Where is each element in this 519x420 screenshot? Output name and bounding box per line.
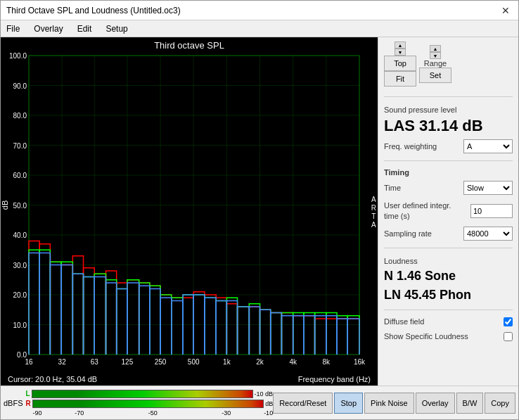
top-controls-row: ▲ ▼ Top Fit ▲ ▼ Range Set [384, 42, 513, 87]
dbfs-label: dBFS [4, 399, 23, 407]
menu-bar: File Overlay Edit Setup [1, 20, 518, 37]
freq-weighting-row: Freq. weighting A B C Z [384, 139, 513, 153]
loudness-ln-value: LN 45.45 Phon [384, 287, 513, 303]
freq-weighting-dropdown[interactable]: A B C Z [463, 139, 513, 153]
diffuse-field-label: Diffuse field [384, 317, 424, 326]
sampling-rate-row: Sampling rate 44100 48000 96000 [384, 227, 513, 241]
overlay-button[interactable]: Overlay [416, 393, 455, 414]
level-bars: L -10 dB R dB -90 -70 -50 -30 -10 [26, 388, 274, 418]
menu-edit[interactable]: Edit [75, 23, 95, 34]
freq-weighting-label: Freq. weighting [384, 142, 437, 151]
timing-section-label: Timing [384, 168, 513, 177]
time-row: Time Slow Fast Impulse [384, 181, 513, 195]
copy-button[interactable]: Copy [485, 393, 515, 414]
show-specific-checkbox[interactable] [504, 332, 513, 341]
action-buttons: Record/Reset Stop Pink Noise Overlay B/W… [273, 393, 515, 414]
menu-setup[interactable]: Setup [103, 23, 130, 34]
time-label: Time [384, 184, 401, 192]
user-defined-label: User defined integr. time (s) [384, 201, 454, 221]
range-label: Range [424, 59, 447, 68]
spl-value: LAS 31.14 dB [384, 117, 513, 135]
freq-band-label: Frequency band (Hz) [294, 374, 375, 385]
bottom-strip: dBFS L -10 dB R dB -90 -70 -50 -3 [1, 386, 518, 419]
pink-noise-button[interactable]: Pink Noise [364, 393, 414, 414]
loudness-n-value: N 1.46 Sone [384, 268, 513, 284]
spectrum-chart[interactable] [1, 52, 373, 370]
window-title: Third Octave SPL and Loudness (Untitled.… [6, 6, 181, 15]
sampling-rate-label: Sampling rate [384, 229, 432, 238]
divider-2 [384, 160, 513, 161]
bw-button[interactable]: B/W [456, 393, 484, 414]
divider-4 [384, 310, 513, 310]
chart-title: Third octave SPL [1, 37, 378, 52]
main-window: Third Octave SPL and Loudness (Untitled.… [0, 0, 519, 420]
menu-file[interactable]: File [4, 23, 23, 34]
stop-button[interactable]: Stop [334, 393, 363, 414]
divider-1 [384, 96, 513, 97]
show-specific-label: Show Specific Loudness [384, 332, 468, 341]
user-defined-input[interactable] [470, 204, 513, 218]
user-defined-row: User defined integr. time (s) [384, 201, 513, 221]
top-button[interactable]: Top [384, 56, 416, 71]
loudness-section-label: Loudness [384, 257, 513, 265]
cursor-info: Cursor: 20.0 Hz, 35.04 dB [4, 374, 101, 385]
range-up-arrow[interactable]: ▲ [430, 45, 441, 52]
range-spinner: ▲ ▼ [430, 45, 441, 59]
sampling-rate-dropdown[interactable]: 44100 48000 96000 [463, 227, 513, 241]
top-up-arrow[interactable]: ▲ [395, 42, 406, 49]
show-specific-row: Show Specific Loudness [384, 332, 513, 341]
spl-section-label: Sound pressure level [384, 106, 513, 114]
close-button[interactable]: ✕ [499, 4, 513, 18]
chart-container: ARTA [1, 52, 378, 373]
record-reset-button[interactable]: Record/Reset [273, 393, 333, 414]
main-content: Third octave SPL ARTA Cursor: 20.0 Hz, 3… [1, 37, 518, 386]
chart-bottom-row: Cursor: 20.0 Hz, 35.04 dB Frequency band… [1, 373, 378, 386]
fit-button[interactable]: Fit [384, 71, 416, 87]
diffuse-field-row: Diffuse field [384, 317, 513, 326]
title-bar: Third Octave SPL and Loudness (Untitled.… [1, 1, 518, 20]
top-down-arrow[interactable]: ▼ [395, 49, 406, 56]
chart-area: Third octave SPL ARTA Cursor: 20.0 Hz, 3… [1, 37, 378, 386]
top-spinner: ▲ ▼ [395, 42, 406, 56]
arta-label: ARTA [371, 196, 376, 229]
right-panel: ▲ ▼ Top Fit ▲ ▼ Range Set Sound pre [378, 37, 518, 386]
time-dropdown[interactable]: Slow Fast Impulse [463, 181, 513, 195]
divider-3 [384, 248, 513, 248]
range-down-arrow[interactable]: ▼ [430, 52, 441, 59]
set-button[interactable]: Set [419, 68, 451, 83]
diffuse-field-checkbox[interactable] [504, 317, 513, 326]
menu-overlay[interactable]: Overlay [31, 23, 65, 34]
